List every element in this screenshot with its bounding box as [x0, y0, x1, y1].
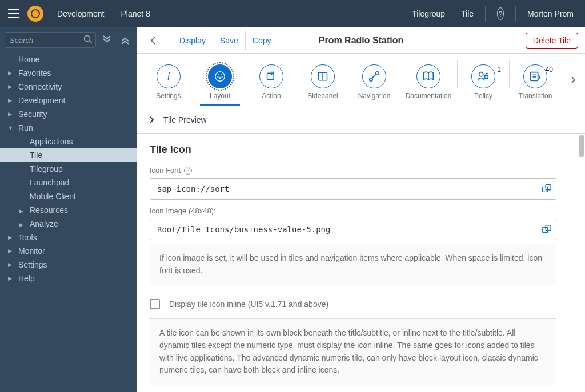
menu-button[interactable]: [0, 0, 27, 27]
nav-label: Settings: [18, 260, 47, 269]
svg-point-4: [217, 76, 218, 78]
svg-point-11: [479, 72, 483, 76]
nav-connectivity[interactable]: Connectivity: [0, 80, 137, 94]
icon-tab-bar: i Settings Layout Action: [137, 54, 585, 106]
tab-label: Layout: [210, 92, 230, 100]
main: Display Save Copy Prom Radio Station Del…: [137, 27, 585, 392]
svg-point-1: [215, 72, 225, 82]
nav-favorites[interactable]: Favorites: [0, 66, 137, 80]
tab-label: Navigation: [358, 92, 391, 100]
nav-label: Help: [18, 274, 35, 283]
nav-label: Home: [18, 55, 39, 64]
svg-rect-12: [485, 75, 488, 79]
icon-font-label: Icon Font: [150, 166, 181, 175]
search-icon[interactable]: [83, 35, 93, 44]
svg-rect-17: [546, 225, 551, 231]
nav-label: Applications: [30, 137, 73, 146]
nav-run-mobile-client[interactable]: Mobile Client: [0, 189, 137, 203]
shell-link-tile[interactable]: Tile: [453, 0, 482, 27]
svg-point-3: [221, 74, 222, 75]
nav-run-analyze[interactable]: Analyze: [0, 217, 137, 231]
shell-link-tilegroup[interactable]: Tilegroup: [404, 0, 453, 27]
inline-icon-label: Display tile icon inline (UI5 v.1.71 and…: [169, 300, 328, 309]
help-icon: ?: [497, 7, 504, 20]
nav-home[interactable]: Home: [0, 52, 137, 66]
tab-settings[interactable]: i Settings: [143, 64, 194, 106]
nav-label: Launchpad: [30, 178, 69, 187]
nav-label: Run: [18, 123, 33, 132]
section-title: Tile Icon: [150, 144, 572, 156]
shellbar: Development Planet 8 Tilegroup Tile ? Mo…: [0, 0, 585, 27]
expand-all-button[interactable]: [99, 33, 114, 47]
nav-run-launchpad[interactable]: Launchpad: [0, 176, 137, 189]
nav-monitor[interactable]: Monitor: [0, 244, 137, 258]
logo: [27, 6, 43, 22]
nav-run-resources[interactable]: Resources: [0, 203, 137, 217]
nav-development[interactable]: Development: [0, 94, 137, 107]
info-box: A tile icon can be shown in its own bloc…: [150, 318, 556, 385]
nav-label: Connectivity: [18, 82, 62, 91]
tab-layout[interactable]: Layout: [194, 64, 246, 106]
page-toolbar: Display Save Copy Prom Radio Station Del…: [137, 27, 585, 54]
collapse-all-button[interactable]: [118, 33, 133, 47]
nav-run-applications[interactable]: Applications: [0, 135, 137, 148]
shell-product[interactable]: Planet 8: [113, 0, 158, 27]
value-help-button[interactable]: [542, 224, 552, 235]
icon-font-input[interactable]: [150, 178, 556, 200]
inline-icon-checkbox[interactable]: [150, 299, 160, 309]
info-icon: i: [167, 70, 170, 83]
nav-label: Monitor: [18, 246, 45, 256]
tile-preview-section[interactable]: Tile Preview: [137, 106, 585, 134]
nav-security[interactable]: Security: [0, 107, 137, 121]
preview-label: Tile Preview: [163, 115, 207, 124]
tab-sidepanel[interactable]: Sidepanel: [297, 64, 348, 106]
tab-documentation[interactable]: Documentation: [400, 64, 457, 106]
form-area: Tile Icon Icon Font ? Icon Image (48x48)…: [137, 134, 585, 392]
nav-run-tile[interactable]: Tile: [0, 148, 137, 162]
nav-label: Security: [18, 110, 47, 119]
help-button[interactable]: ?: [489, 0, 512, 27]
tab-action[interactable]: Action: [246, 64, 297, 106]
tab-policy[interactable]: 1 Policy: [458, 64, 509, 106]
value-help-button[interactable]: [542, 184, 552, 194]
nav-run-tilegroup[interactable]: Tilegroup: [0, 162, 137, 176]
svg-rect-7: [267, 73, 274, 80]
nav-label: Mobile Client: [30, 192, 76, 201]
user-menu[interactable]: Morten Prom: [519, 0, 585, 27]
svg-point-2: [218, 74, 219, 75]
copy-button[interactable]: Copy: [246, 31, 278, 50]
svg-rect-14: [543, 187, 548, 192]
icon-image-input[interactable]: [150, 219, 556, 240]
tab-translation[interactable]: 40 Translation: [510, 64, 561, 106]
nav-settings[interactable]: Settings: [0, 258, 137, 272]
svg-rect-16: [543, 227, 548, 232]
nav-run[interactable]: Run: [0, 121, 137, 135]
nav-help[interactable]: Help: [0, 272, 137, 285]
tab-badge: 40: [546, 66, 553, 74]
search-input[interactable]: [5, 32, 96, 48]
nav-label: Tilegroup: [30, 164, 63, 173]
nav-label: Analyze: [30, 219, 58, 228]
shell-env[interactable]: Development: [49, 0, 113, 27]
tab-badge: 1: [497, 66, 501, 74]
tabs-overflow-button[interactable]: [566, 72, 582, 88]
nav-label: Development: [18, 96, 66, 105]
back-button[interactable]: [144, 31, 163, 50]
nav-label: Favorites: [18, 68, 51, 78]
sidebar: Home Favorites Connectivity Development …: [0, 27, 137, 392]
delete-tile-button[interactable]: Delete Tile: [526, 33, 578, 49]
nav-label: Tools: [18, 233, 37, 242]
svg-rect-15: [546, 185, 551, 190]
svg-rect-13: [531, 72, 538, 81]
tab-label: Translation: [519, 92, 552, 100]
save-button[interactable]: Save: [213, 31, 246, 50]
svg-point-6: [219, 77, 221, 79]
icon-image-label: Icon Image (48x48):: [150, 207, 216, 215]
nav-tools[interactable]: Tools: [0, 231, 137, 244]
display-button[interactable]: Display: [173, 31, 213, 50]
page-title: Prom Radio Station: [319, 35, 403, 46]
tab-navigation[interactable]: Navigation: [348, 64, 400, 106]
help-icon[interactable]: ?: [184, 167, 192, 175]
scrollbar[interactable]: [579, 135, 584, 157]
tab-label: Settings: [156, 92, 181, 100]
